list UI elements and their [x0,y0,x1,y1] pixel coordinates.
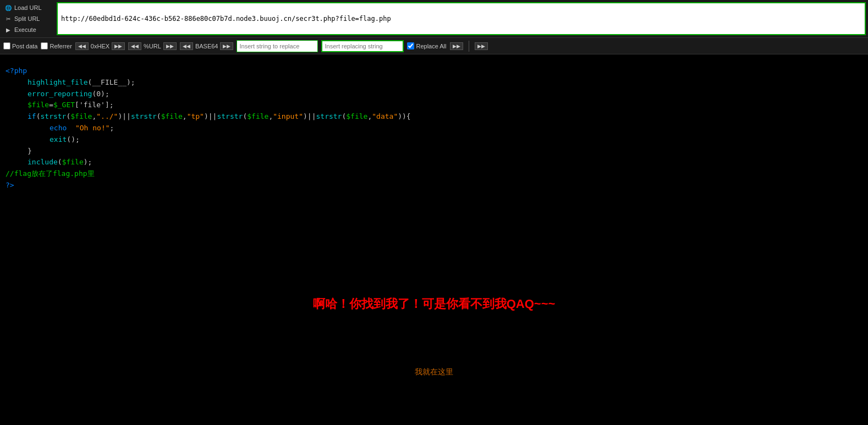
split-url-button[interactable]: ✂ Split URL [2,14,54,24]
insert-replacing-input[interactable] [321,40,404,52]
replace-arrow2-btn[interactable]: ▶▶ [475,42,488,50]
percent-encode-btn[interactable]: ▶▶ [163,42,177,50]
code-line-include: include($file); [6,157,862,168]
options-row: Post data Referrer ◀◀ 0xHEX ▶▶ ◀◀ %URL ▶… [0,37,868,54]
load-url-button[interactable]: 🌐 Load URL [2,3,54,13]
url-input-wrap [57,2,866,35]
hex-decode-btn[interactable]: ◀◀ [75,42,89,50]
separator [469,41,469,52]
oh-no-str: "Oh no!" [75,124,110,132]
percent-group: ◀◀ %URL ▶▶ [128,42,177,50]
replace-all-checkbox[interactable] [407,42,414,49]
base64-encode-btn[interactable]: ▶▶ [220,42,233,50]
hex-label: 0xHEX [90,43,111,49]
referrer-checkbox[interactable] [41,42,48,49]
url-row: 🌐 Load URL ✂ Split URL ▶ Execute [0,0,868,37]
code-line-1: highlight_file(__FILE__); [6,77,862,89]
error-func: error_reporting [28,90,92,98]
code-line-3: $file=$_GET['file']; [6,100,862,111]
message-area: 啊哈！你找到我了！可是你看不到我QAQ~~~ 我就在这里 [0,296,868,377]
if-kw: if [28,112,36,120]
code-comment: //flag放在了flag.php里 [6,168,862,180]
code-line-close-brace: } [6,146,862,157]
main-message: 啊哈！你找到我了！可是你看不到我QAQ~~~ [0,296,868,312]
replace-all-check[interactable]: Replace All [407,42,446,49]
execute-button[interactable]: ▶ Execute [2,25,54,35]
left-buttons: 🌐 Load URL ✂ Split URL ▶ Execute [2,3,54,35]
echo-kw: echo [50,124,67,132]
base64-decode-btn[interactable]: ◀◀ [180,42,193,50]
php-open-tag: <?php [6,65,862,77]
percent-decode-btn[interactable]: ◀◀ [128,42,141,50]
code-line-echo: echo "Oh no!"; [6,123,862,134]
replace-execute-btn[interactable]: ▶▶ [450,42,463,50]
include-func: include [28,158,58,166]
toolbar: 🌐 Load URL ✂ Split URL ▶ Execute Post da… [0,0,868,54]
percent-label: %URL [142,43,162,49]
code-line-exit: exit(); [6,134,862,146]
code-area: <?php highlight_file(__FILE__); error_re… [0,54,868,197]
post-data-checkbox[interactable] [3,42,10,49]
var-file: $file [28,101,49,109]
strstr1: strstr [40,112,66,120]
replace-all-label: Replace All [416,43,446,49]
post-data-label: Post data [12,43,37,49]
sub-message: 我就在这里 [0,367,868,377]
referrer-check[interactable]: Referrer [41,42,72,49]
split-icon: ✂ [4,15,12,23]
base64-label: BASE64 [194,43,219,49]
execute-label: Execute [14,26,36,33]
exit-func: exit [50,135,67,143]
split-url-label: Split URL [14,15,40,22]
load-url-label: Load URL [14,4,42,11]
base64-group: ◀◀ BASE64 ▶▶ [180,42,234,50]
insert-string-input[interactable] [237,40,318,52]
url-input[interactable] [57,2,866,35]
highlight-func: highlight_file [28,78,88,86]
code-line-2: error_reporting(0); [6,89,862,100]
hex-group: ◀◀ 0xHEX ▶▶ [75,42,125,50]
post-data-check[interactable]: Post data [3,42,37,49]
execute-icon: ▶ [4,26,12,34]
hex-encode-btn[interactable]: ▶▶ [112,42,125,50]
code-line-4: if(strstr($file,"../")||strstr($file,"tp… [6,111,862,123]
load-icon: 🌐 [4,4,12,12]
referrer-label: Referrer [50,43,72,49]
php-close-tag: ?> [6,180,862,191]
var-get: $_GET [53,101,75,109]
